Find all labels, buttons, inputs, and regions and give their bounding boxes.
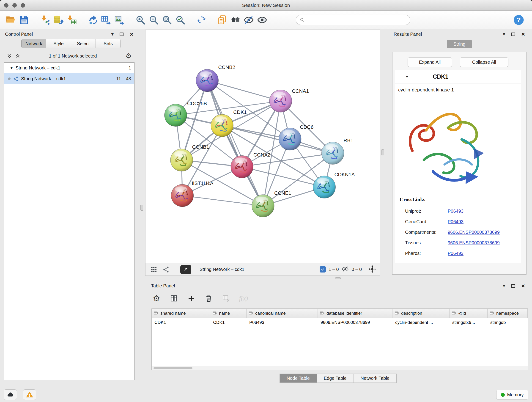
expand-all-icon[interactable]	[15, 53, 20, 58]
network-node-CCNE1[interactable]	[252, 195, 274, 217]
column-header[interactable]: namespace	[488, 309, 528, 318]
column-header[interactable]: shared name	[152, 309, 210, 318]
collapse-all-button[interactable]: Collapse All	[460, 57, 508, 67]
crosslink-link[interactable]: P06493	[448, 251, 463, 256]
zoom-selected-button[interactable]	[174, 13, 187, 27]
export-image-button[interactable]	[113, 13, 126, 27]
warnings-button[interactable]	[23, 389, 36, 400]
float-panel-icon[interactable]	[511, 284, 515, 288]
horizontal-scrollbar[interactable]	[152, 366, 528, 370]
import-network-file-button[interactable]	[38, 13, 52, 27]
column-header[interactable]: canonical name	[247, 309, 318, 318]
help-button[interactable]: ?	[513, 14, 525, 26]
network-node-CDC6[interactable]	[279, 128, 301, 150]
selected-checkbox-icon[interactable]	[320, 266, 326, 273]
close-panel-icon[interactable]: ✕	[521, 283, 525, 288]
crosslink-link[interactable]: 9606.ENSP00000378699	[448, 230, 500, 235]
show-columns-button[interactable]	[169, 293, 179, 303]
cloud-button[interactable]	[4, 389, 17, 400]
network-row[interactable]: String Network – cdk1 11 48	[4, 73, 134, 84]
network-graph[interactable]: CCNB2CCNA1CDC25BCDK1CDC6RB1CCNB1CCNA2CDK…	[146, 30, 380, 263]
minimize-window-icon[interactable]	[12, 3, 17, 7]
table-settings-button[interactable]: ⚙	[152, 293, 162, 303]
scrollbar-thumb[interactable]	[153, 367, 192, 369]
zoom-out-button[interactable]	[147, 13, 160, 27]
save-session-button[interactable]	[17, 13, 31, 27]
splitter-handle[interactable]	[140, 205, 143, 211]
crosslink-link[interactable]: P06493	[448, 209, 463, 214]
show-overview-button[interactable]	[229, 13, 242, 27]
splitter-handle[interactable]	[381, 149, 384, 155]
birdseye-view-button[interactable]	[180, 265, 191, 274]
cell-namespace[interactable]: stringdb	[488, 318, 528, 327]
network-edge[interactable]	[207, 80, 280, 101]
cell-name[interactable]: CDK1	[210, 318, 247, 327]
collapse-all-icon[interactable]	[7, 53, 12, 58]
column-header[interactable]: description	[393, 309, 450, 318]
network-edge[interactable]	[182, 196, 263, 206]
hide-details-button[interactable]	[242, 13, 255, 27]
panel-menu-icon[interactable]: ▾	[503, 32, 505, 37]
import-network-database-button[interactable]	[52, 13, 65, 27]
search-box[interactable]	[296, 15, 410, 25]
network-view[interactable]: CCNB2CCNA1CDC25BCDK1CDC6RB1CCNB1CCNA2CDK…	[145, 30, 380, 263]
add-column-button[interactable]	[186, 293, 196, 303]
network-collection-row[interactable]: ▼ String Network – cdk1 1	[4, 63, 134, 73]
tab-style[interactable]: Style	[46, 39, 71, 48]
network-node-CCNA2[interactable]	[231, 155, 253, 178]
tab-sets[interactable]: Sets	[96, 39, 120, 48]
network-node-CDK1[interactable]	[211, 114, 233, 137]
export-table-button[interactable]	[99, 13, 113, 27]
open-session-button[interactable]	[4, 13, 17, 27]
pan-crosshair-icon[interactable]	[368, 265, 376, 274]
tab-select[interactable]: Select	[71, 39, 96, 48]
close-window-icon[interactable]	[4, 3, 8, 7]
copy-button[interactable]	[215, 13, 229, 27]
table-row[interactable]: CDK1 CDK1 P06493 9606.ENSP00000378699 cy…	[152, 318, 528, 327]
panel-menu-icon[interactable]: ▾	[503, 283, 505, 288]
panel-menu-icon[interactable]: ▾	[111, 32, 114, 37]
zoom-fit-button[interactable]	[160, 13, 174, 27]
new-network-button[interactable]	[86, 13, 99, 27]
tab-network-table[interactable]: Network Table	[354, 374, 397, 383]
delete-column-button[interactable]	[204, 293, 214, 303]
network-node-RB1[interactable]	[322, 142, 344, 165]
column-header[interactable]: database identifier	[318, 309, 393, 318]
cell-database-identifier[interactable]: 9606.ENSP00000378699	[318, 318, 393, 327]
crosslink-link[interactable]: P06493	[448, 219, 463, 224]
cell-description[interactable]: cyclin-dependent ...	[393, 318, 450, 327]
expand-all-button[interactable]: Expand All	[408, 57, 452, 67]
network-options-gear-icon[interactable]: ⚙	[126, 52, 132, 59]
network-node-CDKN1A[interactable]	[313, 176, 336, 198]
network-node-CDC25B[interactable]	[165, 104, 187, 127]
grid-view-button[interactable]	[149, 265, 158, 274]
close-panel-icon[interactable]: ✕	[521, 32, 525, 37]
column-header[interactable]: @id	[450, 309, 488, 318]
network-node-HIST1H1A[interactable]	[171, 184, 194, 207]
tab-node-table[interactable]: Node Table	[279, 374, 317, 383]
network-node-CCNB2[interactable]	[196, 69, 219, 92]
search-input[interactable]	[307, 17, 406, 22]
memory-button[interactable]: Memory	[496, 390, 528, 400]
cell-id[interactable]: stringdb:9...	[450, 318, 488, 327]
cell-canonical-name[interactable]: P06493	[247, 318, 318, 327]
import-table-button[interactable]	[65, 13, 78, 27]
splitter-handle[interactable]	[335, 277, 341, 279]
gene-section-header[interactable]: ▼ CDK1	[395, 70, 521, 83]
column-header[interactable]: name	[210, 309, 247, 318]
tab-edge-table[interactable]: Edge Table	[317, 374, 354, 383]
network-node-CCNA1[interactable]	[269, 90, 292, 112]
maximize-window-icon[interactable]	[21, 3, 25, 7]
float-panel-icon[interactable]	[120, 32, 123, 36]
tree-disclosure-icon[interactable]: ▼	[10, 66, 13, 70]
network-node-CCNB1[interactable]	[171, 149, 193, 171]
section-disclosure-icon[interactable]: ▼	[405, 75, 409, 79]
close-panel-icon[interactable]: ✕	[129, 32, 133, 37]
zoom-in-button[interactable]	[134, 13, 147, 27]
float-panel-icon[interactable]	[511, 32, 515, 36]
crosslink-link[interactable]: 9606.ENSP00000378699	[448, 240, 500, 245]
network-edge[interactable]	[207, 80, 263, 206]
show-details-button[interactable]	[255, 13, 269, 27]
tab-network[interactable]: Network	[22, 39, 46, 48]
apply-layout-button[interactable]	[195, 13, 208, 27]
